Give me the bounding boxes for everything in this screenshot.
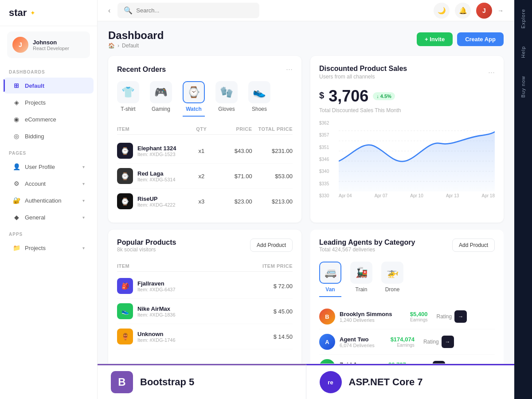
tab-drone-label: Drone [385,286,400,293]
grid-icon: ⊞ [12,82,20,90]
item-price: $71.00 [218,173,252,180]
bootstrap-banner[interactable]: B Bootstrap 5 [98,364,306,399]
search-bar[interactable]: 🔍 [117,3,259,18]
tab-watch[interactable]: ⌚ Watch [183,81,205,117]
sidebar-item-general-label: General [25,214,45,221]
item-info: ⌚ RiseUP Item: #XDG-4222 [117,193,184,209]
agent-rating-area: Rating → [423,336,454,348]
add-product-button[interactable]: Add Product [250,239,293,252]
right-panel: Explore Help Buy now [514,0,532,399]
header-actions: + Invite Create App [417,32,504,46]
sidebar-item-ecommerce-label: eCommerce [25,116,56,123]
tab-gloves[interactable]: 🧤 Gloves [215,81,238,117]
add-product-agents-button[interactable]: Add Product [452,239,495,252]
card-menu-icon[interactable]: ··· [286,65,293,74]
rating-arrow-button[interactable]: → [454,310,467,323]
item-name: RiseUP [137,196,176,202]
chart-title-area: Discounted Product Sales Users from all … [319,65,407,80]
topbar-avatar[interactable]: J [476,3,492,19]
notification-button[interactable]: 🔔 [455,3,471,19]
sidebar-item-account-label: Account [25,180,46,187]
tab-train[interactable]: 🚂 Train [350,262,372,297]
aspnet-icon: re [320,371,342,393]
tab-gaming[interactable]: 🎮 Gaming [150,81,172,117]
collapse-button[interactable]: ‹ [108,7,110,15]
item-name: Elephant 1324 [137,145,176,152]
col-qty: QTY [184,126,218,132]
sidebar-item-apps-projects[interactable]: 📁 Projects ▾ [4,240,94,256]
sidebar-item-user-profile[interactable]: 👤 User Profile ▾ [4,159,94,175]
topbar-arrow-icon[interactable]: → [497,7,504,14]
agent-name: Agent Two [340,336,375,343]
main-content: ‹ 🔍 🌙 🔔 J → Dashboard 🏠 › Default + Invi… [98,0,514,399]
sidebar-item-apps-projects-label: Projects [25,245,46,251]
agent-info: Agent Two 6,074 Deliveries [340,336,375,348]
watch-icon: ⌚ [183,81,205,103]
help-panel-item[interactable]: Help [516,37,530,67]
create-app-button[interactable]: Create App [457,32,504,46]
item-info: ⌚ Red Laga Item: #XDG-5314 [117,168,184,184]
buy-now-panel-item[interactable]: Buy now [516,67,530,106]
product-name: Nike AirMax [137,305,176,312]
tab-tshirt[interactable]: 👕 T-shirt [117,81,139,117]
item-price: $23.00 [218,198,252,205]
gloves-icon: 🧤 [215,81,238,103]
chart-value-area: $ 3,706 ↓ 4.5% [319,87,495,106]
drone-icon: 🚁 [381,262,403,284]
agent-earnings: $5,400 [396,311,427,317]
card-header: Discounted Product Sales Users from all … [319,65,495,80]
user-card[interactable]: J Johnson React Developer [7,31,90,58]
sidebar-item-general[interactable]: ◆ General ▾ [4,209,94,225]
item-details: Red Laga Item: #XDG-5314 [137,170,176,182]
product-price: $ 45.00 [234,308,293,315]
sidebar-item-ecommerce[interactable]: ◉ eCommerce [4,111,94,127]
agent-avatar: B [319,309,335,325]
theme-toggle-button[interactable]: 🌙 [434,3,450,19]
product-price: $ 72.00 [234,283,293,289]
gaming-icon: 🎮 [150,81,172,103]
tab-shoes[interactable]: 👟 Shoes [248,81,270,117]
col-price: PRICE [218,126,252,132]
sidebar-item-default[interactable]: ⊞ Default [4,78,94,94]
item-qty: x1 [184,148,218,154]
product-name: Unknown [137,331,176,337]
explore-panel-item[interactable]: Explore [516,0,530,37]
tab-drone[interactable]: 🚁 Drone [381,262,403,297]
item-details: Elephant 1324 Item: #XDG-1523 [137,145,176,157]
rating-arrow-button[interactable]: → [442,336,454,348]
invite-button[interactable]: + Invite [417,32,453,46]
agent-info: Brooklyn Simmons 1,240 Deliveries [340,311,392,323]
tab-gloves-label: Gloves [218,106,235,112]
chart-x-labels: Apr 04 Apr 07 Apr 10 Apr 13 Apr 18 [339,193,495,198]
chart-y-labels: $362 $357 $351 $346 $340 $335 $330 [319,121,329,198]
search-input[interactable] [136,7,253,14]
table-row: 👟 Nike AirMax Item: #XDG-1836 $ 45.00 [117,299,293,324]
aspnet-banner[interactable]: re ASP.NET Core 7 [306,364,515,399]
sidebar-item-projects[interactable]: ◈ Projects [4,94,94,110]
agent-earnings-area: $174,074 Earnings [379,336,415,348]
item-thumbnail: ⌚ [117,193,133,209]
tab-tshirt-label: T-shirt [121,106,135,112]
sidebar-item-authentication[interactable]: 🔐 Authentication ▾ [4,192,94,208]
product-info: 🏺 Unknown Item: #XDG-1746 [117,329,234,344]
prod-table-header: ITEM ITEM PRICE [117,261,293,272]
chevron-down-icon: ▾ [82,181,85,186]
sidebar-item-bidding[interactable]: ◎ Bidding [4,128,94,144]
tab-shoes-label: Shoes [252,106,267,112]
topbar: ‹ 🔍 🌙 🔔 J → [98,0,514,21]
chevron-down-icon: ▾ [82,198,85,203]
product-thumbnail: 🏺 [117,329,133,344]
tab-van[interactable]: 🚐 Van [319,262,341,297]
chart-menu-icon[interactable]: ··· [488,68,495,77]
sidebar-item-account[interactable]: ⚙ Account ▾ [4,176,94,192]
product-info: 👟 Nike AirMax Item: #XDG-1836 [117,303,234,319]
product-price: $ 14.50 [234,333,293,340]
chevron-down-icon: ▾ [82,215,85,220]
train-icon: 🚂 [350,262,372,284]
tab-van-label: Van [325,286,335,293]
shoes-icon: 👟 [248,81,270,103]
agent-avatar: A [319,334,335,350]
table-row: ⌚ Elephant 1324 Item: #XDG-1523 x1 $43.0… [117,138,293,164]
dashboards-label: DASHBOARDS [0,63,97,77]
agent-name: Brooklyn Simmons [340,311,392,317]
